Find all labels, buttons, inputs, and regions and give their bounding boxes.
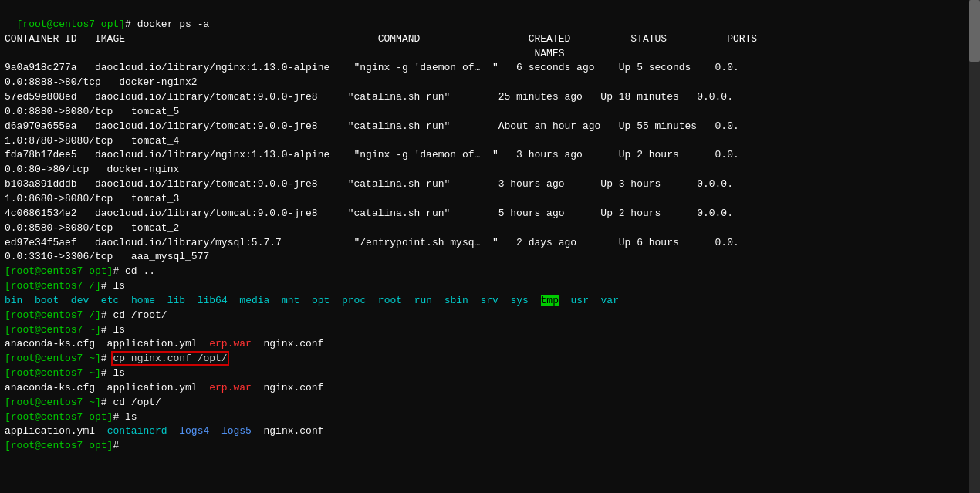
- line-cd-root: [root@centos7 /]# cd /root/: [5, 309, 167, 321]
- line-ls-opt-prompt: [root@centos7 opt]# ls: [5, 411, 137, 423]
- scrollbar[interactable]: [969, 0, 980, 493]
- line-cp-cmd: [root@centos7 ~]# cp nginx.conf /opt/: [5, 353, 228, 364]
- docker-row-4: fda78b17dee5 daocloud.io/library/nginx:1…: [5, 149, 739, 160]
- docker-row-5: b103a891dddb daocloud.io/library/tomcat:…: [5, 178, 733, 190]
- line-cd-opt: [root@centos7 ~]# cd /opt/: [5, 397, 161, 408]
- ls-opt-output: application.yml containerd logs4 logs5 n…: [5, 425, 324, 437]
- docker-row-5b: 1.0:8680->8080/tcp tomcat_3: [5, 193, 179, 204]
- docker-row-4b: 0.0:80->80/tcp docker-nginx: [5, 164, 179, 175]
- line-ls-home-prompt: [root@centos7 ~]# ls: [5, 324, 125, 336]
- docker-row-1: 9a0a918c277a daocloud.io/library/nginx:1…: [5, 62, 739, 73]
- line-cd-dotdot: [root@centos7 opt]# cd ..: [5, 265, 155, 277]
- terminal: [root@centos7 opt]# docker ps -a CONTAIN…: [0, 0, 980, 457]
- docker-row-2b: 0.0:8880->8080/tcp tomcat_5: [5, 106, 179, 117]
- line-prompt-1: [root@centos7 opt]# docker ps -a: [17, 19, 210, 30]
- docker-row-6b: 0.0:8580->8080/tcp tomcat_2: [5, 222, 179, 234]
- line-ls-root-prompt: [root@centos7 /]# ls: [5, 280, 125, 292]
- docker-header: CONTAINER ID IMAGE COMMAND CREATED STATU…: [5, 33, 757, 45]
- line-ls-after-cp-prompt: [root@centos7 ~]# ls: [5, 367, 125, 379]
- docker-row-3: d6a970a655ea daocloud.io/library/tomcat:…: [5, 120, 739, 132]
- scrollbar-thumb[interactable]: [969, 0, 980, 62]
- docker-row-7b: 0.0:3316->3306/tcp aaa_mysql_577: [5, 251, 209, 262]
- ls-home-output-2: anaconda-ks.cfg application.yml erp.war …: [5, 382, 323, 393]
- docker-row-6: 4c06861534e2 daocloud.io/library/tomcat:…: [5, 208, 733, 219]
- docker-row-3b: 1.0:8780->8080/tcp tomcat_4: [5, 135, 179, 147]
- docker-row-2: 57ed59e808ed daocloud.io/library/tomcat:…: [5, 91, 733, 103]
- ls-home-output-1: anaconda-ks.cfg application.yml erp.war …: [5, 338, 323, 349]
- docker-row-1b: 0.0:8888->80/tcp docker-nginx2: [5, 76, 198, 88]
- docker-row-7: ed97e34f5aef daocloud.io/library/mysql:5…: [5, 237, 739, 248]
- ls-root-output: bin boot dev etc home lib lib64 media mn…: [5, 295, 619, 306]
- line-final-prompt: [root@centos7 opt]#: [5, 440, 125, 451]
- docker-header2: NAMES: [5, 48, 565, 59]
